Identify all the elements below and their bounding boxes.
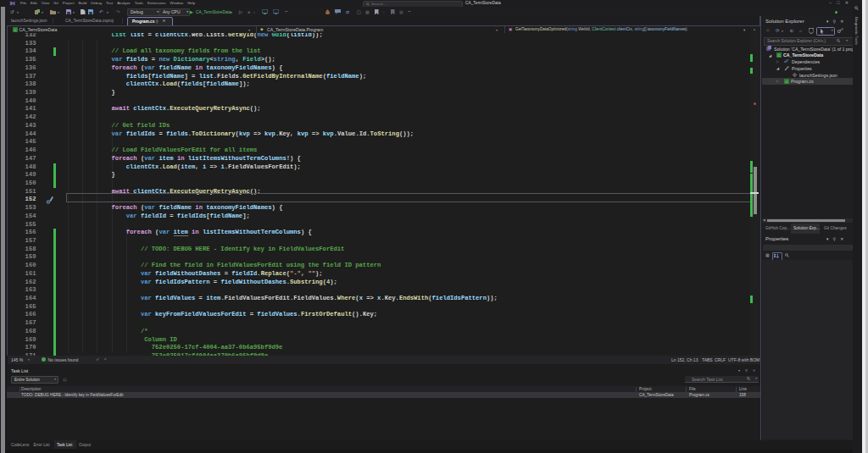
svg-text:C: C [785,79,787,83]
svg-text:C: C [777,53,780,58]
svg-text:C: C [14,27,16,31]
